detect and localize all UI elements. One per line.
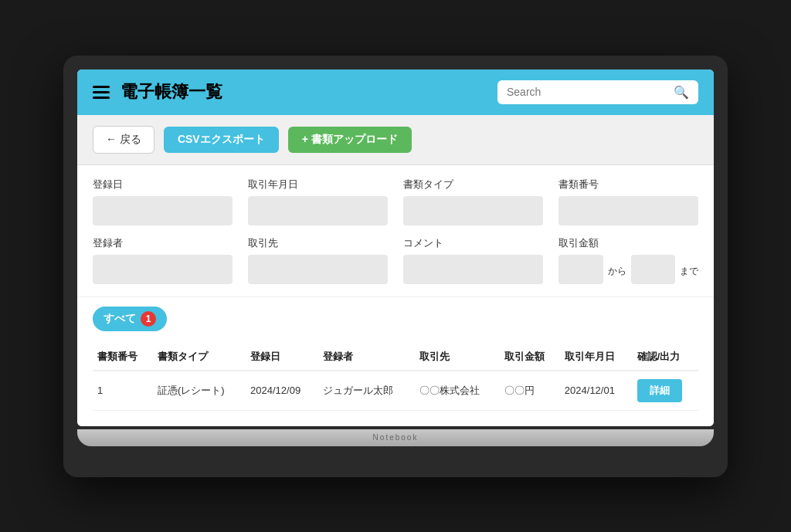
laptop-base-label: Notebook <box>373 433 419 442</box>
col-trans-date: 取引年月日 <box>560 344 633 371</box>
screen: 電子帳簿一覧 🔍 ← 戻る CSVエクスポート + 書類アップロード 登録日 取… <box>77 69 714 426</box>
header-left: 電子帳簿一覧 <box>93 80 222 103</box>
tab-section: すべて 1 <box>77 297 714 336</box>
cell-trans-date: 2024/12/01 <box>560 371 633 411</box>
filter-partner: 取引先 <box>248 236 388 284</box>
col-reg-date: 登録日 <box>246 344 318 371</box>
to-label: まで <box>680 265 698 284</box>
filter-comment: コメント <box>403 236 543 284</box>
cell-reg-date: 2024/12/09 <box>246 371 318 411</box>
filter-doc-type: 書類タイプ <box>403 178 543 225</box>
search-icon: 🔍 <box>674 85 689 100</box>
filter-doc-num-label: 書類番号 <box>558 178 698 191</box>
laptop-base: Notebook <box>77 429 714 446</box>
col-partner: 取引先 <box>415 344 500 371</box>
cell-doc-number: 1 <box>93 371 153 411</box>
filter-amount-label: 取引金額 <box>558 236 698 250</box>
table-section: 書類番号 書類タイプ 登録日 登録者 取引先 取引金額 取引年月日 確認/出力 … <box>77 336 714 426</box>
table-header-row: 書類番号 書類タイプ 登録日 登録者 取引先 取引金額 取引年月日 確認/出力 <box>93 344 698 371</box>
filter-partner-label: 取引先 <box>248 236 388 250</box>
upload-button[interactable]: + 書類アップロード <box>288 127 412 153</box>
filter-reg-date-label: 登録日 <box>93 178 233 191</box>
filter-comment-label: コメント <box>403 236 543 250</box>
filter-amount: 取引金額 から まで <box>558 236 698 284</box>
from-label: から <box>608 265 626 284</box>
filter-doc-type-label: 書類タイプ <box>403 178 543 191</box>
filter-section: 登録日 取引年月日 書類タイプ 書類番号 登録者 <box>77 165 714 297</box>
filter-registrant-input[interactable] <box>93 255 233 284</box>
filter-row-1: 登録日 取引年月日 書類タイプ 書類番号 <box>93 178 698 225</box>
filter-doc-num-input[interactable] <box>558 196 698 225</box>
cell-registrant: ジュガール太郎 <box>318 371 415 411</box>
filter-trans-date-input[interactable] <box>248 196 388 225</box>
filter-trans-date: 取引年月日 <box>248 178 388 225</box>
filter-doc-type-input[interactable] <box>403 196 543 225</box>
col-doc-type: 書類タイプ <box>153 344 246 371</box>
laptop-frame: 電子帳簿一覧 🔍 ← 戻る CSVエクスポート + 書類アップロード 登録日 取… <box>63 56 728 477</box>
data-table: 書類番号 書類タイプ 登録日 登録者 取引先 取引金額 取引年月日 確認/出力 … <box>93 344 698 411</box>
filter-trans-date-label: 取引年月日 <box>248 178 388 191</box>
filter-registrant-label: 登録者 <box>93 236 233 250</box>
col-action: 確認/出力 <box>633 344 698 371</box>
filter-amount-from-input[interactable] <box>558 255 603 284</box>
col-amount: 取引金額 <box>500 344 560 371</box>
cell-action: 詳細 <box>633 371 698 411</box>
filter-registrant: 登録者 <box>93 236 233 284</box>
detail-button[interactable]: 詳細 <box>637 379 682 402</box>
search-input[interactable] <box>507 86 674 98</box>
menu-icon[interactable] <box>93 86 110 99</box>
page-title: 電子帳簿一覧 <box>121 80 222 103</box>
filter-doc-num: 書類番号 <box>558 178 698 225</box>
tab-all-label: すべて <box>104 312 136 326</box>
table-row: 1 証憑(レシート) 2024/12/09 ジュガール太郎 〇〇株式会社 〇〇円… <box>93 371 698 411</box>
filter-reg-date-input[interactable] <box>93 196 233 225</box>
col-registrant: 登録者 <box>318 344 415 371</box>
cell-amount: 〇〇円 <box>500 371 560 411</box>
cell-partner: 〇〇株式会社 <box>415 371 500 411</box>
back-button[interactable]: ← 戻る <box>93 126 154 154</box>
cell-doc-type: 証憑(レシート) <box>153 371 246 411</box>
filter-row-2: 登録者 取引先 コメント 取引金額 から ま <box>93 236 698 284</box>
tab-all[interactable]: すべて 1 <box>93 307 167 331</box>
header: 電子帳簿一覧 🔍 <box>77 69 714 115</box>
amount-inputs: から まで <box>558 255 698 284</box>
search-box[interactable]: 🔍 <box>497 80 698 104</box>
csv-export-button[interactable]: CSVエクスポート <box>164 127 279 153</box>
filter-comment-input[interactable] <box>403 255 543 284</box>
col-doc-number: 書類番号 <box>93 344 153 371</box>
filter-amount-to-input[interactable] <box>631 255 676 284</box>
toolbar: ← 戻る CSVエクスポート + 書類アップロード <box>77 115 714 165</box>
tab-badge: 1 <box>141 311 156 327</box>
filter-reg-date: 登録日 <box>93 178 233 225</box>
filter-partner-input[interactable] <box>248 255 388 284</box>
